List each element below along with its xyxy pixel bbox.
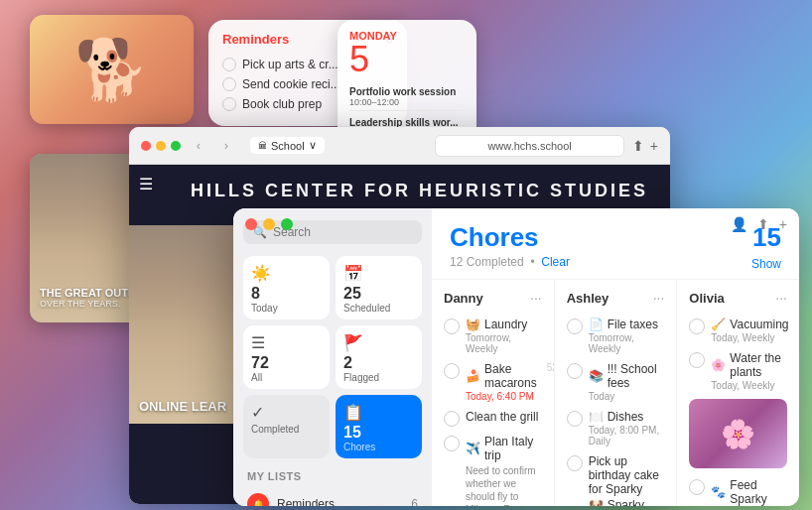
macarons-sub: Today, 6:40 PM — [466, 391, 537, 402]
search-input[interactable] — [273, 225, 422, 239]
grill-circle[interactable] — [444, 411, 460, 427]
browser-actions: ⬆ + — [632, 138, 658, 154]
clear-link[interactable]: Clear — [541, 255, 570, 269]
reminders-columns: Danny ··· 🧺 Laundry Tomorrow, Weekly — [432, 280, 799, 506]
danny-col-menu[interactable]: ··· — [530, 290, 542, 306]
laundry-emoji: 🧺 — [466, 318, 480, 331]
olivia-col-menu[interactable]: ··· — [775, 290, 787, 306]
chores-icon: 📋 — [343, 403, 414, 422]
flagged-icon: 🚩 — [343, 333, 414, 352]
browser-address-bar[interactable]: www.hchs.school — [435, 135, 623, 157]
today-icon: ☀️ — [251, 264, 322, 283]
browser-share-button[interactable]: ⬆ — [632, 138, 644, 154]
reminders-maximize-button[interactable] — [281, 218, 293, 230]
dishes-name: 🍽️ Dishes — [589, 410, 665, 424]
all-label: All — [251, 372, 322, 383]
plants-name: 🌸 Water the plants — [711, 351, 787, 379]
browser-toolbar: ‹ › 🏛 School ∨ www.hchs.school ⬆ + — [129, 127, 670, 165]
ashley-task-dishes: 🍽️ Dishes Today, 8:00 PM, Daily — [567, 406, 665, 450]
reminders-share-button[interactable]: ⬆ — [757, 216, 769, 232]
dishes-circle[interactable] — [567, 411, 583, 427]
reminders-avatar-button[interactable]: 👤 — [731, 216, 747, 232]
scheduled-icon: 📅 — [343, 264, 414, 283]
browser-close-dot[interactable] — [141, 141, 151, 151]
olivia-task-sparky: 🐾 Feed Sparky Today, 5:00 PM, Daily — [689, 474, 787, 506]
smart-list-chores[interactable]: 📋 15 Chores — [336, 395, 422, 458]
ashley-col-menu[interactable]: ··· — [653, 290, 665, 306]
laundry-circle[interactable] — [444, 319, 460, 334]
reminders-toolbar-right: 👤 ⬆ + — [731, 216, 787, 232]
laundry-info: 🧺 Laundry Tomorrow, Weekly — [466, 318, 542, 354]
my-lists-header: My Lists — [243, 470, 422, 482]
macarons-circle[interactable] — [444, 363, 460, 379]
smart-list-scheduled[interactable]: 📅 25 Scheduled — [336, 256, 422, 319]
browser-forward-button[interactable]: › — [216, 136, 236, 156]
ashley-task-cake: Pick up birthday cake for Sparky 🐶 Spark… — [567, 450, 665, 506]
cal-event-title-1: Portfolio work session — [349, 86, 465, 97]
cake-sparky: 🐶 Sparky — [589, 498, 665, 506]
fees-circle[interactable] — [567, 363, 583, 379]
school-menu-button[interactable]: ☰ — [139, 175, 153, 193]
browser-back-button[interactable]: ‹ — [189, 136, 208, 156]
browser-maximize-dot[interactable] — [171, 141, 181, 151]
fees-name: 📚 !!! School fees — [589, 362, 665, 390]
reminder-text-3: Book club prep — [242, 97, 322, 111]
today-count: 8 — [251, 285, 322, 303]
fees-info: 📚 !!! School fees Today — [589, 362, 665, 402]
smart-list-all[interactable]: ☰ 72 All — [243, 325, 330, 389]
address-text: www.hchs.school — [487, 140, 571, 152]
vacuuming-info: 🧹 Vacuuming Today, Weekly — [711, 318, 788, 343]
taxes-circle[interactable] — [567, 319, 583, 334]
dishes-sub: Today, 8:00 PM, Daily — [589, 425, 665, 446]
plants-circle[interactable] — [689, 352, 705, 368]
vacuuming-name: 🧹 Vacuuming — [711, 318, 788, 331]
reminders-main-content: Chores 12 Completed • Clear 15 Show Dann… — [432, 208, 799, 506]
smart-list-completed[interactable]: ✓ Completed — [243, 395, 330, 458]
ashley-column: Ashley ··· 📄 File taxes Tomorrow, Weekly — [555, 280, 678, 506]
reminders-close-button[interactable] — [245, 218, 257, 230]
taxes-emoji: 📄 — [589, 318, 604, 331]
today-label: Today — [251, 303, 322, 314]
chores-subtitle: 12 Completed • Clear — [450, 255, 570, 269]
olivia-flower-photo: 🌸 — [689, 399, 787, 468]
calendar-event-1: Portfolio work session 10:00–12:00 — [349, 83, 465, 111]
sparky-emoji: 🐾 — [711, 485, 726, 499]
reminders-list-icon: 🔔 — [247, 493, 269, 506]
school-name: HILLS CENTER FOR HEURISTIC STUDIES — [185, 181, 654, 201]
laundry-name: 🧺 Laundry — [466, 318, 542, 331]
danny-task-laundry: 🧺 Laundry Tomorrow, Weekly — [444, 314, 542, 358]
italy-circle[interactable] — [444, 436, 460, 451]
show-button[interactable]: Show — [751, 257, 781, 271]
reminders-app-window: 👤 ⬆ + 🔍 ☀️ 8 Today 📅 25 Scheduled ☰ 72 A… — [233, 208, 799, 506]
olivia-col-header: Olivia ··· — [689, 290, 787, 306]
grill-name: Clean the grill — [466, 410, 542, 424]
completed-icon: ✓ — [251, 403, 322, 422]
cake-sparky-emoji: 🐶 — [589, 498, 604, 506]
smart-list-flagged[interactable]: 🚩 2 Flagged — [336, 325, 422, 389]
sparky-circle[interactable] — [689, 479, 705, 495]
fees-emoji: 📚 — [589, 369, 604, 383]
reminder-text-2: Send cookie reci... — [242, 77, 340, 91]
grill-info: Clean the grill — [466, 410, 542, 424]
browser-window-controls — [141, 141, 181, 151]
cake-circle[interactable] — [567, 455, 583, 471]
reminders-minimize-button[interactable] — [263, 218, 275, 230]
browser-tab-school[interactable]: 🏛 School ∨ — [250, 137, 325, 154]
tab-icon: 🏛 — [258, 141, 267, 151]
browser-minimize-dot[interactable] — [156, 141, 166, 151]
danny-column: Danny ··· 🧺 Laundry Tomorrow, Weekly — [432, 280, 555, 506]
flagged-label: Flagged — [343, 372, 414, 383]
reminders-list-count: 6 — [411, 497, 418, 506]
smart-list-today[interactable]: ☀️ 8 Today — [243, 256, 330, 319]
list-item-reminders[interactable]: 🔔 Reminders 6 — [243, 488, 422, 506]
browser-add-tab-button[interactable]: + — [650, 138, 658, 154]
italy-emoji: ✈️ — [466, 442, 480, 455]
danny-col-header: Danny ··· — [444, 290, 542, 306]
reminders-widget-title: Reminders — [222, 32, 289, 47]
dog-art: 🐕 — [30, 15, 194, 124]
italy-name: ✈️ Plan Italy trip — [466, 435, 542, 462]
ashley-col-header: Ashley ··· — [567, 290, 665, 306]
reminders-sidebar: 🔍 ☀️ 8 Today 📅 25 Scheduled ☰ 72 All 🚩 2 — [233, 208, 432, 506]
vacuuming-circle[interactable] — [689, 319, 705, 334]
reminders-add-button[interactable]: + — [779, 216, 787, 232]
